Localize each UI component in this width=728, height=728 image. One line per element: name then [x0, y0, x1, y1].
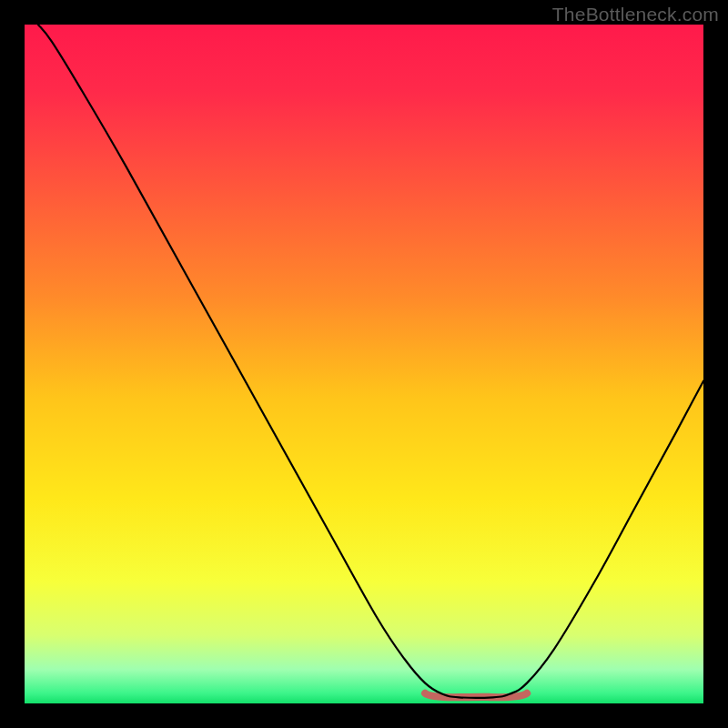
watermark-text: TheBottleneck.com: [552, 4, 719, 25]
gradient-background: [25, 25, 703, 703]
chart-svg: [25, 25, 703, 703]
outer-frame: TheBottleneck.com: [0, 0, 728, 728]
chart-plot-area: [25, 25, 703, 703]
